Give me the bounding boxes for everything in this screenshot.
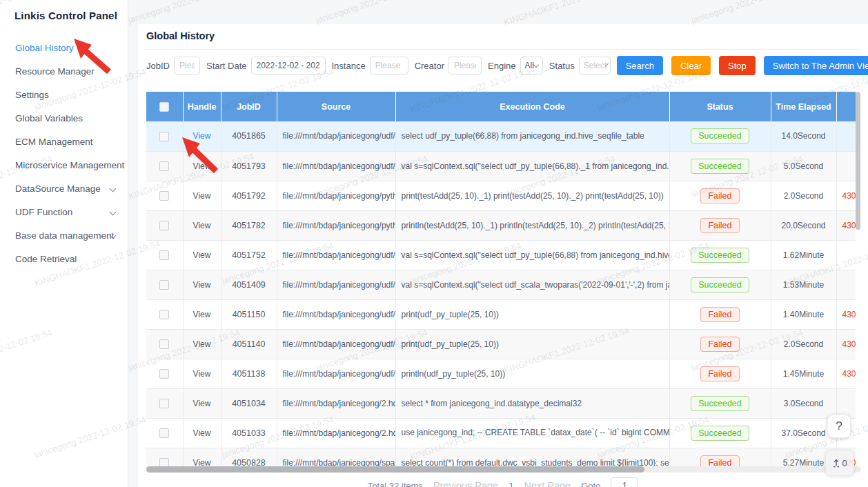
vertical-scrollbar[interactable] bbox=[856, 92, 861, 466]
date-range-input[interactable] bbox=[251, 57, 326, 74]
status-badge: Failed bbox=[700, 218, 739, 233]
col-status: Status bbox=[669, 92, 771, 121]
row-checkbox[interactable] bbox=[159, 191, 169, 201]
jobid-input[interactable] bbox=[174, 57, 200, 74]
scale-widget[interactable]: 0 bbox=[825, 450, 854, 476]
vertical-scrollbar-thumb[interactable] bbox=[856, 92, 860, 230]
handle-cell: View bbox=[183, 210, 221, 240]
table-row: View 4051033 file:///mnt/bdap/janicegong… bbox=[146, 418, 856, 448]
sidebar-item-settings[interactable]: Settings bbox=[0, 83, 128, 107]
source-cell: file:///mnt/bdap/janicegong/2.hq... bbox=[277, 388, 395, 418]
sidebar-item-ecm-management[interactable]: ECM Management bbox=[0, 130, 128, 154]
jobid-cell: 4051782 bbox=[221, 210, 277, 240]
row-checkbox[interactable] bbox=[159, 369, 169, 379]
history-table: Handle JobID Source Execution Code Statu… bbox=[146, 92, 856, 466]
sidebar-item-microservice-management[interactable]: Microservice Management bbox=[0, 154, 128, 177]
view-link[interactable]: View bbox=[193, 191, 211, 201]
sidebar-item-datasource-manage[interactable]: DataSource Manage bbox=[0, 177, 128, 201]
execution-code-cell: val s=sqlContext.sql("select udf_py_tupl… bbox=[395, 240, 669, 270]
linkis-control-panel-page: Linkis Control Panel Global History Reso… bbox=[0, 0, 868, 487]
row-checkbox[interactable] bbox=[159, 458, 169, 466]
sidebar-item-global-history[interactable]: Global History bbox=[0, 37, 128, 60]
execution-code-cell: select * from janicegong_ind.datatype_de… bbox=[395, 388, 669, 418]
jobid-cell: 4051150 bbox=[221, 299, 277, 329]
sidebar-item-label: Global History bbox=[15, 43, 74, 53]
sidebar-item-udf-function[interactable]: UDF Function bbox=[0, 201, 128, 224]
help-button[interactable]: ? bbox=[827, 415, 851, 438]
row-checkbox[interactable] bbox=[159, 250, 169, 260]
status-select[interactable]: Select bbox=[579, 57, 611, 74]
view-link[interactable]: View bbox=[193, 399, 211, 408]
scale-counter: 0 bbox=[842, 458, 847, 468]
jobid-cell: 4051033 bbox=[221, 418, 277, 448]
row-checkbox[interactable] bbox=[159, 310, 169, 319]
view-link[interactable]: View bbox=[193, 310, 211, 319]
sidebar-item-base-data-management[interactable]: Base data management bbox=[0, 224, 128, 248]
table-row: View 4051865 file:///mnt/bdap/janicegong… bbox=[146, 121, 856, 151]
view-link[interactable]: View bbox=[193, 161, 211, 171]
time-elapsed-cell: 37.0Second bbox=[771, 418, 836, 448]
creator-label: Creator bbox=[415, 61, 444, 71]
execution-code-cell: select count(*) from default.dwc_vsbi_st… bbox=[395, 448, 669, 466]
view-link[interactable]: View bbox=[193, 250, 211, 260]
current-page[interactable]: 1 bbox=[509, 481, 513, 487]
error-code-cell: 430 bbox=[836, 359, 856, 388]
sidebar-item-global-variables[interactable]: Global Variables bbox=[0, 107, 128, 130]
execution-code-cell: use janicegong_ind; -- CREATE TABLE `dat… bbox=[395, 418, 669, 448]
sidebar-item-code-retrieval[interactable]: Code Retrieval bbox=[0, 248, 128, 271]
title-divider bbox=[145, 49, 861, 50]
col-time-elapsed: Time Elapsed bbox=[771, 92, 836, 121]
view-link[interactable]: View bbox=[193, 280, 211, 290]
row-checkbox[interactable] bbox=[159, 428, 169, 438]
select-all-header-cell bbox=[146, 92, 183, 121]
jobid-cell: 4051752 bbox=[221, 240, 277, 270]
table-row: View 4051752 file:///mnt/bdap/janicegong… bbox=[146, 240, 856, 270]
sidebar-item-label: Base data management bbox=[15, 230, 114, 241]
view-link[interactable]: View bbox=[193, 428, 211, 438]
handle-cell: View bbox=[183, 388, 221, 418]
view-link[interactable]: View bbox=[193, 131, 211, 141]
row-checkbox[interactable] bbox=[159, 339, 169, 349]
horizontal-scrollbar[interactable] bbox=[146, 466, 861, 473]
row-checkbox[interactable] bbox=[159, 132, 169, 141]
row-checkbox[interactable] bbox=[159, 399, 169, 408]
status-badge: Failed bbox=[700, 455, 739, 467]
chevron-down-icon bbox=[533, 61, 539, 67]
next-page-button[interactable]: Next Page bbox=[524, 480, 571, 487]
chevron-down-icon bbox=[110, 209, 117, 216]
select-all-checkbox[interactable] bbox=[159, 102, 169, 112]
sidebar-item-label: Microservice Management bbox=[15, 160, 124, 170]
creator-input[interactable] bbox=[448, 57, 482, 74]
table-row: View 4051034 file:///mnt/bdap/janicegong… bbox=[146, 388, 856, 418]
error-code-cell bbox=[836, 151, 856, 181]
view-link[interactable]: View bbox=[193, 369, 211, 379]
search-button[interactable]: Search bbox=[617, 56, 663, 75]
source-cell: file:///mnt/bdap/janicegong/pyth... bbox=[277, 210, 395, 240]
sidebar-item-label: Settings bbox=[15, 90, 49, 100]
instance-input[interactable] bbox=[370, 57, 408, 74]
sidebar-item-label: UDF Function bbox=[15, 207, 72, 217]
sidebar-item-resource-manager[interactable]: Resource Manager bbox=[0, 60, 128, 83]
error-code-cell: 430 bbox=[836, 329, 856, 359]
clear-button[interactable]: Clear bbox=[671, 56, 711, 75]
row-checkbox[interactable] bbox=[159, 161, 169, 171]
table-row: View 4051409 file:///mnt/bdap/janicegong… bbox=[146, 270, 856, 299]
error-code-cell bbox=[836, 270, 856, 299]
total-items: Total 32 items bbox=[368, 481, 423, 487]
row-checkbox[interactable] bbox=[159, 280, 169, 290]
view-link[interactable]: View bbox=[193, 221, 211, 230]
row-checkbox[interactable] bbox=[159, 221, 169, 230]
switch-admin-view-button[interactable]: Switch to The Admin View bbox=[764, 56, 868, 75]
handle-cell: View bbox=[183, 359, 221, 388]
horizontal-scrollbar-thumb[interactable] bbox=[146, 466, 644, 473]
view-link[interactable]: View bbox=[193, 458, 211, 467]
goto-page-input[interactable] bbox=[611, 477, 638, 487]
scale-icon bbox=[832, 459, 840, 468]
engine-select[interactable]: All bbox=[520, 57, 543, 74]
table-row: View 4051150 file:///mnt/bdap/janicegong… bbox=[146, 299, 856, 329]
sidebar-menu: Global History Resource Manager Settings… bbox=[0, 37, 128, 271]
jobid-cell: 4050828 bbox=[221, 448, 277, 466]
view-link[interactable]: View bbox=[193, 339, 211, 349]
previous-page-button[interactable]: Previous Page bbox=[433, 480, 498, 487]
stop-button[interactable]: Stop bbox=[719, 56, 756, 75]
